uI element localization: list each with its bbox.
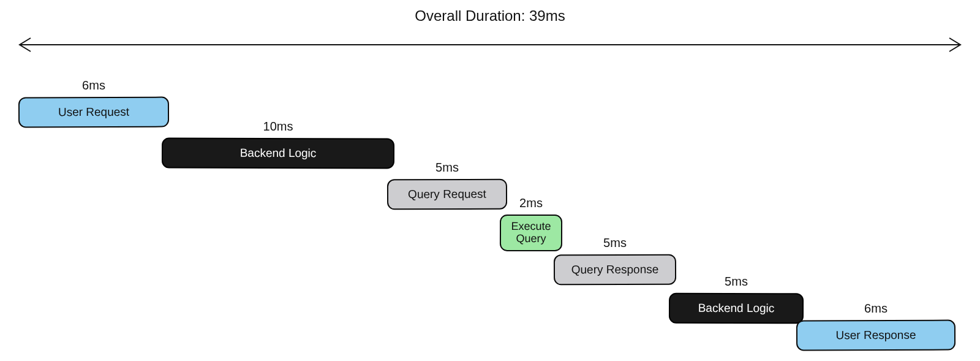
timeline-arrow <box>12 36 968 56</box>
span-label: Backend Logic <box>240 146 317 159</box>
span-duration-label: 6ms <box>796 302 956 316</box>
span-label: User Response <box>835 329 916 341</box>
span-label: Backend Logic <box>698 302 775 314</box>
span-backend-logic-2: Backend Logic <box>669 293 804 324</box>
span-duration-label: 2ms <box>500 196 562 210</box>
span-execute-query: Execute Query <box>500 215 562 251</box>
span-user-request: User Request <box>18 97 169 128</box>
span-query-request: Query Request <box>387 179 507 210</box>
span-duration-label: 5ms <box>387 161 507 175</box>
span-query-response: Query Response <box>554 254 676 286</box>
span-label: Query Request <box>408 188 486 200</box>
span-user-response: User Response <box>796 320 956 351</box>
span-label: Query Response <box>571 263 659 276</box>
span-label: Execute Query <box>505 221 557 245</box>
span-backend-logic-1: Backend Logic <box>162 138 394 169</box>
span-duration-label: 5ms <box>554 236 676 250</box>
diagram-title: Overall Duration: 39ms <box>0 7 980 25</box>
double-arrow-icon <box>12 36 968 54</box>
span-label: User Request <box>58 105 129 118</box>
span-duration-label: 6ms <box>18 78 169 93</box>
span-duration-label: 10ms <box>162 120 394 134</box>
span-duration-label: 5ms <box>669 275 804 289</box>
